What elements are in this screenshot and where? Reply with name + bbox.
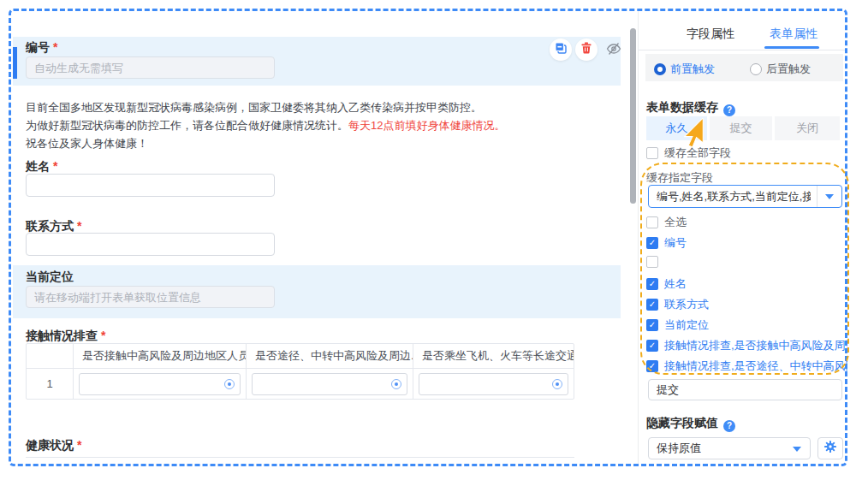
help-icon[interactable]: ?	[723, 420, 735, 432]
field-checkbox-name[interactable]: ✓ 姓名	[646, 276, 847, 292]
cached-fields-value: 编号,姓名,联系方式,当前定位,接...	[657, 186, 811, 207]
number-input[interactable]	[26, 56, 275, 79]
left-panel-scrollbar[interactable]	[630, 28, 636, 204]
required-asterisk: *	[77, 438, 81, 452]
required-asterisk: *	[53, 40, 57, 54]
active-tab-underline	[764, 46, 819, 49]
tab-form-properties[interactable]: 表单属性	[758, 27, 829, 42]
chevron-down-icon	[793, 447, 801, 452]
select-caret-button[interactable]	[817, 186, 841, 207]
field-checkbox-location[interactable]: ✓ 当前定位	[646, 317, 847, 333]
field-checkbox-contact[interactable]: ✓ 联系方式	[646, 297, 847, 312]
survey-select-2[interactable]	[252, 373, 407, 395]
checkbox-checked[interactable]: ✓	[646, 360, 658, 372]
field-checkbox-survey-1[interactable]: ✓ 接触情况排查,是否接触中高风险及周边地区人员	[646, 338, 847, 353]
checkbox-unchecked[interactable]	[646, 147, 658, 159]
radio-post-trigger[interactable]: 后置触发	[750, 62, 811, 77]
selected-field-indicator	[13, 47, 17, 79]
tabbar-border	[639, 50, 847, 50]
field-checkbox-survey-2[interactable]: ✓ 接触情况排查,是否途径、中转中高风险及周边地区	[646, 359, 847, 374]
tab-field-properties[interactable]: 字段属性	[675, 27, 746, 42]
hidden-section-title: 隐藏字段赋值?	[646, 415, 735, 432]
form-notice-text: 目前全国多地区发现新型冠状病毒感染病例，国家卫健委将其纳入乙类传染病并按甲类防控…	[26, 98, 582, 152]
cache-section-title: 表单数据缓存?	[646, 99, 735, 116]
chevron-down-icon	[825, 194, 834, 199]
contact-input[interactable]	[26, 233, 275, 256]
notice-line-2: 为做好新型冠状病毒的防控工作，请各位配合做好健康情况统计。每天12点前填好身体健…	[26, 116, 582, 134]
hide-field-button[interactable]	[606, 42, 621, 59]
hidden-value-select[interactable]: 保持原值	[648, 437, 811, 459]
survey-select-1[interactable]	[79, 373, 241, 395]
eye-off-icon	[606, 44, 621, 58]
checkbox-checked[interactable]: ✓	[646, 278, 658, 290]
survey-select-3[interactable]	[419, 373, 568, 395]
survey-table: 是否接触中高风险及周边地区人员 是否途径、中转中高风险及周边... 是否乘坐飞机…	[26, 343, 574, 400]
name-input[interactable]	[26, 174, 275, 197]
select-circle-icon	[224, 379, 235, 389]
location-input[interactable]	[26, 286, 275, 308]
checkbox-checked[interactable]: ✓	[646, 340, 658, 352]
checkbox-unchecked[interactable]	[646, 216, 658, 228]
checkbox-unchecked[interactable]	[646, 256, 658, 268]
location-field-label: 当前定位	[26, 270, 74, 285]
radio-selected-icon	[654, 63, 666, 75]
notice-line-3: 祝各位及家人身体健康！	[26, 134, 582, 152]
required-asterisk: *	[53, 159, 57, 173]
cache-mode-close[interactable]: 关闭	[775, 116, 840, 140]
notice-line-1: 目前全国多地区发现新型冠状病毒感染病例，国家卫健委将其纳入乙类传染病并按甲类防控…	[26, 98, 582, 116]
required-asterisk: *	[101, 329, 105, 342]
radio-pre-trigger[interactable]: 前置触发	[654, 62, 715, 77]
health-field-label: 健康状况*	[26, 438, 81, 453]
checkbox-checked[interactable]: ✓	[646, 299, 658, 311]
cached-fields-select[interactable]: 编号,姓名,联系方式,当前定位,接...	[648, 185, 842, 208]
survey-col-3: 是否乘坐飞机、火车等长途交通...	[413, 344, 574, 368]
required-asterisk: *	[77, 219, 81, 233]
checkbox-checked[interactable]: ✓	[646, 319, 658, 331]
trash-icon	[580, 42, 592, 57]
panel-divider	[638, 11, 639, 464]
cache-all-checkbox-row[interactable]: 缓存全部字段	[646, 145, 847, 161]
survey-col-1: 是否接触中高风险及周边地区人员	[74, 344, 247, 368]
hidden-value-text: 保持原值	[657, 438, 701, 459]
help-icon[interactable]: ?	[723, 104, 735, 116]
cache-submit-input[interactable]	[648, 379, 842, 400]
field-checkbox-empty[interactable]	[646, 256, 847, 268]
gear-icon	[823, 440, 837, 457]
hidden-value-settings-button[interactable]	[817, 437, 843, 459]
copy-field-button[interactable]	[550, 39, 572, 61]
field-checkbox-number[interactable]: ✓ 编号	[646, 235, 847, 251]
survey-table-header: 是否接触中高风险及周边地区人员 是否途径、中转中高风险及周边... 是否乘坐飞机…	[27, 344, 574, 369]
form-designer-page: 编号*	[0, 0, 868, 480]
survey-col-2: 是否途径、中转中高风险及周边...	[247, 344, 413, 368]
specify-fields-label: 缓存指定字段	[646, 170, 713, 186]
select-circle-icon	[391, 379, 401, 389]
delete-field-button[interactable]	[575, 39, 597, 61]
copy-icon	[555, 42, 567, 57]
mouse-cursor-icon	[684, 118, 705, 151]
field-checkbox-select-all[interactable]: 全选	[646, 215, 847, 230]
notice-highlight-red: 每天12点前填好身体健康情况。	[348, 119, 505, 132]
row-number: 1	[27, 369, 74, 399]
radio-unselected-icon	[750, 63, 762, 75]
survey-field-label: 接触情况排查*	[26, 329, 105, 344]
cache-mode-submit[interactable]: 提交	[710, 116, 772, 140]
trigger-radio-group: 前置触发 后置触发	[645, 54, 843, 81]
number-field-label: 编号*	[26, 40, 57, 56]
survey-table-row: 1	[27, 369, 574, 399]
checkbox-checked[interactable]: ✓	[646, 237, 658, 249]
next-table-edge	[26, 457, 574, 458]
name-field-label: 姓名*	[26, 159, 57, 175]
survey-col-index	[27, 344, 74, 368]
select-circle-icon	[552, 379, 562, 389]
